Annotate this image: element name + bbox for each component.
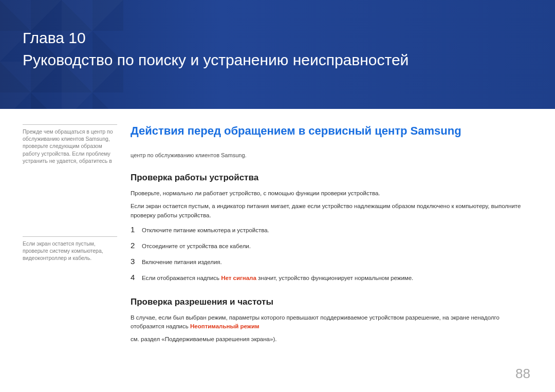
step-text: Включение питания изделия. bbox=[142, 259, 222, 265]
subsection-1-p1: Проверьте, нормально ли работает устройс… bbox=[131, 189, 532, 198]
step-4: 4 Если отображается надпись Нет сигнала … bbox=[131, 273, 532, 282]
step-number: 2 bbox=[131, 241, 142, 250]
sidebar-note-1: Прежде чем обращаться в центр по обслужи… bbox=[23, 124, 117, 164]
sidebar: Прежде чем обращаться в центр по обслужи… bbox=[23, 124, 125, 348]
step-text: Если отображается надпись Нет сигнала зн… bbox=[142, 275, 413, 281]
step-text: Отключите питание компьютера и устройств… bbox=[142, 227, 269, 233]
main-content: Действия перед обращением в сервисный це… bbox=[125, 124, 532, 348]
step-3: 3 Включение питания изделия. bbox=[131, 257, 532, 266]
subsection-1-title: Проверка работы устройства bbox=[131, 173, 532, 183]
steps-list: 1 Отключите питание компьютера и устройс… bbox=[131, 225, 532, 282]
step4-prefix: Если отображается надпись bbox=[142, 275, 221, 281]
step-text: Отсоедините от устройства все кабели. bbox=[142, 243, 251, 249]
chapter-label: Глава 10 bbox=[23, 29, 555, 47]
step4-suffix: значит, устройство функционирует нормаль… bbox=[256, 275, 413, 281]
step-2: 2 Отсоедините от устройства все кабели. bbox=[131, 241, 532, 250]
subsection-1-p2: Если экран остается пустым, а индикатор … bbox=[131, 202, 532, 220]
subsection-2-p1: В случае, если был выбран режим, парамет… bbox=[131, 313, 532, 331]
page-number: 88 bbox=[515, 366, 530, 382]
intro-text: центр по обслуживанию клиентов Samsung. bbox=[131, 152, 532, 158]
step-number: 1 bbox=[131, 225, 142, 234]
step-number: 3 bbox=[131, 257, 142, 266]
subsection-2-p2: см. раздел «Поддерживаемые разрешения эк… bbox=[131, 335, 532, 344]
s2-p1-prefix: В случае, если был выбран режим, парамет… bbox=[131, 314, 499, 329]
sidebar-note-2: Если экран остается пустым, проверьте си… bbox=[23, 236, 117, 262]
section-heading: Действия перед обращением в сервисный це… bbox=[131, 124, 532, 138]
highlight-no-signal: Нет сигнала bbox=[221, 275, 256, 281]
step-1: 1 Отключите питание компьютера и устройс… bbox=[131, 225, 532, 234]
page-body: Прежде чем обращаться в центр по обслужи… bbox=[0, 109, 555, 348]
chapter-title: Руководство по поиску и устранению неисп… bbox=[23, 50, 555, 70]
step-number: 4 bbox=[131, 273, 142, 282]
highlight-suboptimal-mode: Неоптимальный режим bbox=[190, 323, 260, 329]
subsection-2-title: Проверка разрешения и частоты bbox=[131, 297, 532, 307]
chapter-header: Глава 10 Руководство по поиску и устране… bbox=[0, 0, 555, 109]
